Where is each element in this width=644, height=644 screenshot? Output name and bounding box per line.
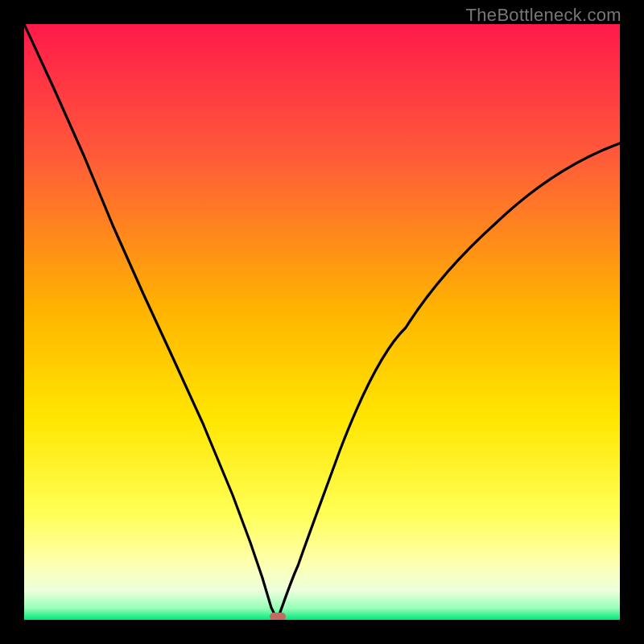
watermark-text: TheBottleneck.com xyxy=(466,5,621,26)
minimum-marker xyxy=(270,613,286,620)
chart-frame: TheBottleneck.com xyxy=(0,0,644,644)
plot-area xyxy=(24,24,620,620)
bottleneck-curve xyxy=(24,24,620,620)
curve-right-branch xyxy=(278,143,621,620)
curve-left-branch xyxy=(24,24,278,620)
